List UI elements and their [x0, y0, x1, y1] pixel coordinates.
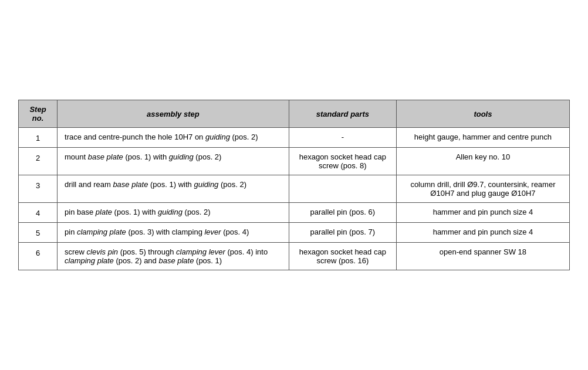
cell-step-number: 1	[19, 128, 58, 148]
cell-standard-parts: hexagon socket head cap screw (pos. 16)	[289, 243, 396, 270]
cell-standard-parts: parallel pin (pos. 7)	[289, 223, 396, 243]
cell-tools: hammer and pin punch size 4	[396, 203, 569, 223]
table-row: 4pin base plate (pos. 1) with guiding (p…	[19, 203, 570, 223]
header-tools: tools	[396, 100, 569, 128]
cell-tools: Allen key no. 10	[396, 148, 569, 175]
cell-assembly-step: drill and ream base plate (pos. 1) with …	[58, 175, 289, 203]
cell-assembly-step: mount base plate (pos. 1) with guiding (…	[58, 148, 289, 175]
cell-step-number: 3	[19, 175, 58, 203]
cell-standard-parts: hexagon socket head cap screw (pos. 8)	[289, 148, 396, 175]
assembly-table-wrapper: Step no. assembly step standard parts to…	[18, 100, 570, 270]
table-row: 5pin clamping plate (pos. 3) with clampi…	[19, 223, 570, 243]
table-row: 6screw clevis pin (pos. 5) through clamp…	[19, 243, 570, 270]
cell-assembly-step: pin clamping plate (pos. 3) with clampin…	[58, 223, 289, 243]
cell-assembly-step: pin base plate (pos. 1) with guiding (po…	[58, 203, 289, 223]
cell-standard-parts: parallel pin (pos. 6)	[289, 203, 396, 223]
cell-tools: column drill, drill Ø9.7, countersink, r…	[396, 175, 569, 203]
assembly-table: Step no. assembly step standard parts to…	[18, 100, 570, 270]
cell-step-number: 2	[19, 148, 58, 175]
table-row: 2mount base plate (pos. 1) with guiding …	[19, 148, 570, 175]
header-assembly-step: assembly step	[58, 100, 289, 128]
cell-assembly-step: trace and centre-punch the hole 10H7 on …	[58, 128, 289, 148]
header-standard-parts: standard parts	[289, 100, 396, 128]
cell-assembly-step: screw clevis pin (pos. 5) through clampi…	[58, 243, 289, 270]
cell-standard-parts: -	[289, 128, 396, 148]
table-row: 3drill and ream base plate (pos. 1) with…	[19, 175, 570, 203]
table-header-row: Step no. assembly step standard parts to…	[19, 100, 570, 128]
cell-step-number: 4	[19, 203, 58, 223]
cell-tools: height gauge, hammer and centre punch	[396, 128, 569, 148]
cell-tools: open-end spanner SW 18	[396, 243, 569, 270]
cell-step-number: 6	[19, 243, 58, 270]
cell-standard-parts	[289, 175, 396, 203]
cell-tools: hammer and pin punch size 4	[396, 223, 569, 243]
table-body: 1trace and centre-punch the hole 10H7 on…	[19, 128, 570, 270]
header-step-no: Step no.	[19, 100, 58, 128]
cell-step-number: 5	[19, 223, 58, 243]
table-row: 1trace and centre-punch the hole 10H7 on…	[19, 128, 570, 148]
